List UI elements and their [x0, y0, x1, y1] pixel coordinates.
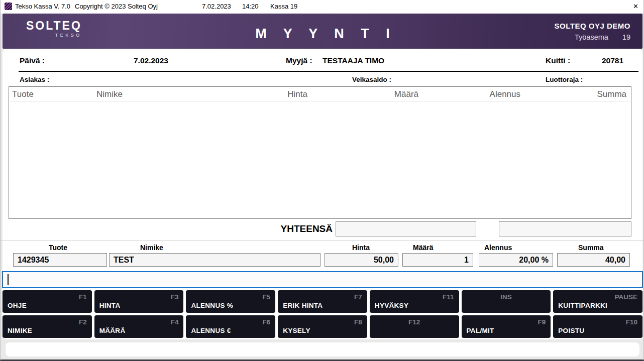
column-header-summa: Summa: [597, 89, 626, 99]
field-nimike[interactable]: TEST: [109, 253, 320, 267]
total-amount-field: [336, 221, 476, 236]
fkey-key: INS: [462, 293, 551, 301]
fkey-key: F6: [262, 318, 270, 326]
fkey-label: ALENNUS €: [191, 327, 231, 334]
divider-line: [19, 71, 638, 72]
receipt-label: Kuitti :: [546, 56, 570, 65]
fkey-label: HINTA: [99, 302, 121, 309]
fkey-label: POISTU: [558, 327, 584, 334]
titlebar: Tekso Kassa V. 7.0 Copyright © 2023 Solt…: [1, 0, 643, 14]
fkey-key: F3: [171, 293, 179, 301]
fkey-ins-button[interactable]: INS: [462, 290, 551, 313]
text-cursor: [8, 274, 9, 285]
sales-table-body: [9, 101, 631, 218]
fkey-ohje-button[interactable]: OHJEF1: [3, 290, 92, 313]
field-maara[interactable]: 1: [402, 253, 473, 267]
column-header-tuote: Tuote: [12, 89, 34, 99]
fkey-key: F4: [171, 318, 179, 326]
field-hinta[interactable]: 50,00: [325, 253, 398, 267]
seller-value: TESTAAJA TIMO: [323, 56, 384, 65]
field-label-tuote: Tuote: [49, 244, 67, 252]
total-secondary-field: [499, 221, 631, 236]
fkey-key: F1: [79, 293, 87, 301]
fkey-label: PAL/MIT: [467, 327, 494, 334]
header-right: SOLTEQ OYJ DEMO Työasema19: [555, 22, 630, 41]
fkey-key: PAUSE: [614, 293, 637, 301]
titlebar-register: Kassa 19: [270, 3, 297, 10]
brand-header: SOLTEQ TEKSO M Y Y N T I SOLTEQ OYJ DEMO…: [3, 14, 642, 49]
fkey-alennus-eur-button[interactable]: ALENNUS €F6: [186, 315, 275, 338]
fkey-key: F2: [79, 318, 87, 326]
fkey-key: F10: [626, 318, 637, 326]
fkey-f12-button[interactable]: F12: [370, 315, 459, 338]
field-label-nimike: Nimike: [140, 244, 163, 252]
column-header-hinta: Hinta: [287, 89, 307, 99]
total-label: YHTEENSÄ: [278, 223, 333, 234]
fkey-maara-button[interactable]: MÄÄRÄF4: [94, 315, 184, 338]
fkey-label: KYSELY: [283, 327, 310, 334]
credit-label: Luottoraja :: [546, 76, 583, 83]
field-alennus[interactable]: 20,00 %: [479, 253, 553, 267]
fkey-label: NIMIKE: [8, 327, 32, 334]
function-key-grid: OHJEF1HINTAF3ALENNUS %F5ERIK HINTAF7HYVÄ…: [3, 290, 642, 338]
field-tuote[interactable]: 1429345: [13, 253, 107, 267]
date-label: Päivä :: [20, 56, 45, 65]
close-icon[interactable]: ✕: [633, 3, 638, 10]
page-title: M Y Y N T I: [3, 26, 642, 42]
sales-table: TuoteNimikeHintaMääräAlennusSumma: [9, 86, 631, 219]
fkey-label: KUITTIPARKKI: [558, 302, 607, 309]
field-label-alennus: Alennus: [484, 244, 512, 252]
fkey-label: OHJE: [8, 302, 27, 309]
fkey-poistu-button[interactable]: POISTUF10: [553, 315, 642, 338]
seller-label: Myyjä :: [286, 56, 312, 65]
fkey-pal-mit-button[interactable]: PAL/MITF9: [462, 315, 551, 338]
field-label-summa: Summa: [578, 244, 604, 252]
fkey-nimike-button[interactable]: NIMIKEF2: [3, 315, 92, 338]
company-name: SOLTEQ OYJ DEMO: [555, 22, 630, 30]
fkey-label: ERIK HINTA: [283, 302, 323, 309]
fkey-hyvaksy-button[interactable]: HYVÄKSYF11: [370, 290, 459, 313]
debt-label: Velkasaldo :: [352, 76, 391, 83]
fkey-key: F8: [354, 318, 362, 326]
fkey-label: ALENNUS %: [191, 302, 233, 309]
fkey-kysely-button[interactable]: KYSELYF8: [278, 315, 367, 338]
message-bar: [6, 342, 639, 356]
column-header-alennus: Alennus: [490, 89, 520, 99]
workstation-info: Työasema19: [555, 33, 630, 41]
customer-label: Asiakas :: [20, 76, 49, 83]
column-header-maara: Määrä: [394, 89, 418, 99]
titlebar-time: 14:20: [242, 3, 259, 10]
workstation-label: Työasema: [575, 33, 608, 41]
section-separator: [1, 240, 644, 240]
column-header-nimike: Nimike: [96, 89, 123, 99]
workstation-value: 19: [622, 33, 630, 41]
app-window: Tekso Kassa V. 7.0 Copyright © 2023 Solt…: [0, 0, 644, 361]
fkey-key: F5: [262, 293, 270, 301]
command-input[interactable]: [2, 271, 643, 288]
app-title: Tekso Kassa V. 7.0: [15, 3, 70, 10]
fkey-alennus-pct-button[interactable]: ALENNUS %F5: [186, 290, 275, 313]
fkey-key: F7: [354, 293, 362, 301]
app-icon: [5, 3, 12, 10]
fkey-key: F12: [370, 318, 459, 326]
copyright-text: Copyright © 2023 Solteq Oyj: [75, 3, 158, 10]
fkey-label: HYVÄKSY: [375, 302, 408, 309]
titlebar-date: 7.02.2023: [202, 3, 231, 10]
field-label-hinta: Hinta: [352, 244, 370, 252]
fkey-key: F11: [443, 293, 454, 301]
fkey-key: F9: [538, 318, 546, 326]
fkey-hinta-button[interactable]: HINTAF3: [94, 290, 184, 313]
receipt-value: 20781: [602, 56, 623, 65]
field-label-maara: Määrä: [413, 244, 433, 252]
fkey-erik-hinta-button[interactable]: ERIK HINTAF7: [278, 290, 367, 313]
fkey-kuittiparkki-button[interactable]: KUITTIPARKKIPAUSE: [553, 290, 642, 313]
field-summa[interactable]: 40,00: [557, 253, 630, 267]
date-value: 7.02.2023: [134, 56, 168, 65]
fkey-label: MÄÄRÄ: [99, 327, 126, 334]
